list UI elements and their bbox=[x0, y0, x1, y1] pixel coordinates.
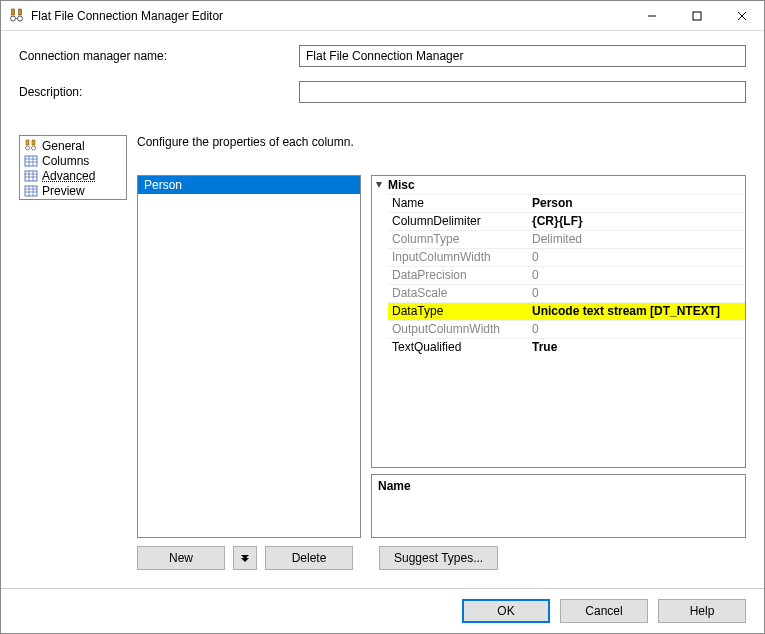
description-row: Description: bbox=[19, 81, 746, 103]
preview-icon bbox=[24, 184, 38, 198]
svg-rect-6 bbox=[693, 12, 701, 20]
nav-item-advanced[interactable]: Advanced bbox=[20, 168, 126, 183]
prop-value[interactable]: True bbox=[528, 338, 745, 356]
chevron-down-icon bbox=[239, 552, 251, 564]
name-row: Connection manager name: bbox=[19, 45, 746, 67]
nav-item-columns[interactable]: Columns bbox=[20, 153, 126, 168]
prop-label[interactable]: DataType bbox=[388, 302, 528, 320]
minimize-button[interactable] bbox=[629, 1, 674, 30]
close-button[interactable] bbox=[719, 1, 764, 30]
svg-rect-0 bbox=[12, 9, 15, 15]
titlebar: Flat File Connection Manager Editor bbox=[1, 1, 764, 31]
name-label: Connection manager name: bbox=[19, 49, 299, 63]
properties-pane: Misc NamePerson ColumnDelimiter{CR}{LF} … bbox=[371, 175, 746, 538]
app-icon bbox=[9, 8, 25, 24]
prop-value[interactable]: Person bbox=[528, 194, 745, 212]
new-dropdown-button[interactable] bbox=[233, 546, 257, 570]
delete-button[interactable]: Delete bbox=[265, 546, 353, 570]
split-area: Person Misc NamePerso bbox=[137, 175, 746, 538]
description-label: Description: bbox=[19, 85, 299, 99]
property-category[interactable]: Misc bbox=[372, 176, 745, 194]
prop-label: DataPrecision bbox=[388, 266, 528, 284]
nav-label: General bbox=[42, 139, 85, 153]
instruction-text: Configure the properties of each column. bbox=[137, 135, 746, 149]
description-input[interactable] bbox=[299, 81, 746, 103]
window-title: Flat File Connection Manager Editor bbox=[31, 9, 629, 23]
nav-item-general[interactable]: General bbox=[20, 138, 126, 153]
svg-point-12 bbox=[32, 146, 36, 150]
svg-rect-2 bbox=[19, 9, 22, 15]
property-grid[interactable]: Misc NamePerson ColumnDelimiter{CR}{LF} … bbox=[371, 175, 746, 468]
right-pane: Configure the properties of each column.… bbox=[137, 135, 746, 570]
prop-label[interactable]: Name bbox=[388, 194, 528, 212]
prop-value[interactable]: Unicode text stream [DT_NTEXT] bbox=[528, 302, 745, 320]
cancel-button[interactable]: Cancel bbox=[560, 599, 648, 623]
column-list-item[interactable]: Person bbox=[138, 176, 360, 194]
prop-value: 0 bbox=[528, 320, 745, 338]
prop-label[interactable]: ColumnDelimiter bbox=[388, 212, 528, 230]
prop-label: OutputColumnWidth bbox=[388, 320, 528, 338]
nav-panel: General Columns Advanced bbox=[19, 135, 127, 200]
property-description: Name bbox=[371, 474, 746, 538]
main-area: General Columns Advanced bbox=[19, 135, 746, 570]
prop-value[interactable]: {CR}{LF} bbox=[528, 212, 745, 230]
dialog-footer: OK Cancel Help bbox=[1, 588, 764, 633]
column-listbox[interactable]: Person bbox=[137, 175, 361, 538]
window: Flat File Connection Manager Editor Conn… bbox=[0, 0, 765, 634]
prop-value: 0 bbox=[528, 284, 745, 302]
nav-item-preview[interactable]: Preview bbox=[20, 183, 126, 198]
content: Connection manager name: Description: Ge… bbox=[1, 31, 764, 588]
svg-rect-18 bbox=[25, 171, 37, 181]
prop-label: DataScale bbox=[388, 284, 528, 302]
category-label: Misc bbox=[388, 178, 415, 192]
prop-label: InputColumnWidth bbox=[388, 248, 528, 266]
prop-value: 0 bbox=[528, 266, 745, 284]
svg-rect-13 bbox=[25, 156, 37, 166]
svg-rect-9 bbox=[26, 140, 29, 145]
suggest-types-button[interactable]: Suggest Types... bbox=[379, 546, 498, 570]
prop-label[interactable]: TextQualified bbox=[388, 338, 528, 356]
nav-label: Advanced bbox=[42, 169, 95, 183]
name-input[interactable] bbox=[299, 45, 746, 67]
nav-label: Columns bbox=[42, 154, 89, 168]
description-title: Name bbox=[378, 479, 739, 493]
svg-rect-23 bbox=[25, 186, 37, 196]
svg-rect-10 bbox=[32, 140, 35, 145]
ok-button[interactable]: OK bbox=[462, 599, 550, 623]
collapse-icon[interactable] bbox=[374, 180, 386, 190]
svg-point-11 bbox=[26, 146, 30, 150]
maximize-button[interactable] bbox=[674, 1, 719, 30]
help-button[interactable]: Help bbox=[658, 599, 746, 623]
column-button-row: New Delete Suggest Types... bbox=[137, 546, 746, 570]
svg-point-3 bbox=[18, 16, 23, 21]
prop-value: 0 bbox=[528, 248, 745, 266]
prop-label: ColumnType bbox=[388, 230, 528, 248]
general-icon bbox=[24, 139, 38, 153]
columns-icon bbox=[24, 154, 38, 168]
advanced-icon bbox=[24, 169, 38, 183]
new-button[interactable]: New bbox=[137, 546, 225, 570]
nav-label: Preview bbox=[42, 184, 85, 198]
prop-value: Delimited bbox=[528, 230, 745, 248]
svg-point-1 bbox=[11, 16, 16, 21]
